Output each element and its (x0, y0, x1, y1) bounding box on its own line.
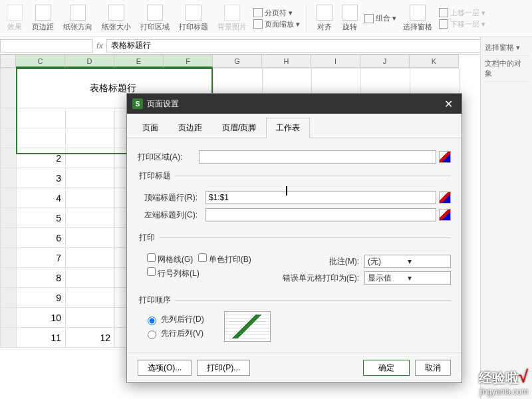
rowcol-checkbox[interactable]: 行号列标(L) (144, 269, 200, 278)
top-row-input[interactable] (205, 191, 436, 204)
page-setup-dialog: S 页面设置 ✕ 页面 页边距 页眉/页脚 工作表 打印区域(A): 打印标题 … (126, 93, 462, 383)
ribbon-pagebreak[interactable]: 分页符 ▾ (253, 8, 300, 18)
col-I[interactable]: I (311, 55, 360, 68)
ribbon-paper-size[interactable]: 纸张大小 (99, 3, 134, 33)
ribbon-stack-group: 组合 ▾ (364, 13, 396, 23)
print-legend: 打印 (138, 232, 159, 243)
errors-label: 错误单元格打印为(E): (279, 273, 359, 284)
rp-doc-objects: 文档中的对象 (483, 56, 529, 82)
rp-selection-pane[interactable]: 选择窗格 ▾ (483, 40, 529, 56)
tab-page[interactable]: 页面 (132, 118, 168, 138)
cancel-button[interactable]: 取消 (415, 360, 451, 376)
comments-combo[interactable]: (无)▾ (364, 255, 451, 268)
col-J[interactable]: J (360, 55, 410, 68)
ok-button[interactable]: 确定 (363, 360, 410, 376)
ribbon: 效果 页边距 纸张方向 纸张大小 打印区域 打印标题 背景图片 分页符 ▾ 页面… (0, 0, 532, 37)
right-panel: 选择窗格 ▾ 文档中的对象 (480, 37, 532, 399)
range-picker-icon[interactable] (439, 209, 451, 221)
dialog-footer: 选项(O)... 打印(P)... 确定 取消 (127, 352, 462, 382)
wps-logo-icon: S (132, 98, 143, 109)
formula-bar: fx (0, 37, 532, 55)
formula-input[interactable] (106, 39, 532, 53)
dialog-titlebar[interactable]: S 页面设置 ✕ (127, 94, 462, 114)
ribbon-rotate[interactable]: 旋转 (339, 3, 360, 33)
ribbon-print-area[interactable]: 打印区域 (138, 3, 172, 33)
col-C[interactable]: C (16, 55, 65, 68)
chevron-down-icon: ▾ (289, 9, 293, 17)
options-button[interactable]: 选项(O)... (138, 360, 192, 376)
col-F[interactable]: F (164, 55, 213, 68)
dialog-body: 打印区域(A): 打印标题 顶端标题行(R): 左端标题列(C): 打印 网格线… (127, 138, 462, 352)
print-area-label: 打印区域(A): (138, 152, 199, 163)
ribbon-effect: 效果 (4, 3, 25, 33)
left-col-input[interactable] (205, 208, 436, 221)
print-order-preview (224, 311, 271, 342)
checkmark-icon: √ (519, 366, 528, 386)
col-E[interactable]: E (114, 55, 164, 68)
ribbon-orientation[interactable]: 纸张方向 (61, 3, 95, 33)
row-header[interactable] (1, 68, 17, 108)
print-area-input[interactable] (199, 150, 436, 164)
ribbon-page-scale[interactable]: 页面缩放 ▾ (253, 19, 300, 29)
column-headers: C D E F G H I J K (0, 55, 480, 68)
chevron-down-icon: ▾ (392, 14, 396, 23)
text-cursor-icon (286, 186, 287, 196)
tab-margins[interactable]: 页边距 (168, 118, 212, 138)
fx-icon[interactable]: fx (93, 41, 106, 51)
top-row-label: 顶端标题行(R): (144, 192, 205, 203)
tab-header-footer[interactable]: 页眉/页脚 (212, 118, 266, 138)
name-box[interactable] (0, 39, 93, 53)
chevron-down-icon: ▾ (408, 257, 448, 266)
order-legend: 打印顺序 (138, 295, 175, 306)
ribbon-stack-layer: 上移一层 ▾ 下移一层 ▾ (439, 8, 485, 29)
close-button[interactable]: ✕ (440, 98, 456, 110)
ribbon-background: 背景图片 (215, 3, 249, 33)
col-H[interactable]: H (262, 55, 311, 68)
left-col-label: 左端标题列(C): (144, 209, 205, 221)
ribbon-bring-forward: 上移一层 ▾ (439, 8, 485, 18)
col-D[interactable]: D (65, 55, 114, 68)
ribbon-stack-breaks: 分页符 ▾ 页面缩放 ▾ (253, 8, 300, 29)
chevron-down-icon: ▾ (408, 273, 448, 283)
ribbon-send-backward: 下移一层 ▾ (439, 19, 485, 29)
order-down-radio[interactable]: 先列后行(D) (144, 314, 204, 325)
dialog-tabs: 页面 页边距 页眉/页脚 工作表 (127, 114, 462, 138)
range-picker-icon[interactable] (439, 192, 451, 203)
watermark: 经验啦√ jingyanla.com (479, 366, 528, 396)
errors-combo[interactable]: 显示值▾ (364, 271, 451, 285)
tab-sheet[interactable]: 工作表 (266, 118, 310, 138)
chevron-down-icon: ▾ (296, 20, 300, 29)
print-button[interactable]: 打印(P)... (197, 360, 250, 376)
ribbon-align[interactable]: 对齐 (314, 3, 335, 33)
ribbon-selection-pane[interactable]: 选择窗格 (400, 3, 435, 33)
comments-label: 批注(M): (279, 256, 359, 267)
col-K[interactable]: K (410, 55, 459, 68)
dialog-title: 页面设置 (147, 98, 179, 110)
order-over-radio[interactable]: 先行后列(V) (144, 328, 204, 339)
ribbon-margins[interactable]: 页边距 (29, 3, 57, 33)
ribbon-print-titles[interactable]: 打印标题 (176, 3, 211, 33)
bw-checkbox[interactable]: 单色打印(B) (196, 255, 251, 264)
col-G[interactable]: G (213, 55, 262, 68)
gridlines-checkbox[interactable]: 网格线(G) (144, 255, 193, 264)
ribbon-group[interactable]: 组合 ▾ (364, 13, 396, 23)
range-picker-icon[interactable] (439, 151, 451, 163)
corner-cell[interactable] (0, 55, 16, 68)
print-titles-legend: 打印标题 (138, 170, 175, 182)
